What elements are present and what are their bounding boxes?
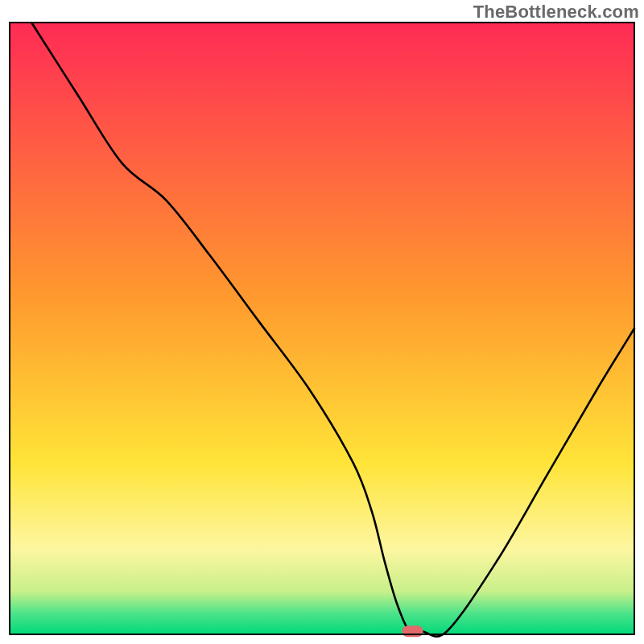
bottleneck-chart xyxy=(0,0,644,644)
chart-container: TheBottleneck.com xyxy=(0,0,644,644)
chart-background xyxy=(10,23,634,634)
optimal-marker xyxy=(402,625,423,637)
watermark-text: TheBottleneck.com xyxy=(473,2,639,23)
